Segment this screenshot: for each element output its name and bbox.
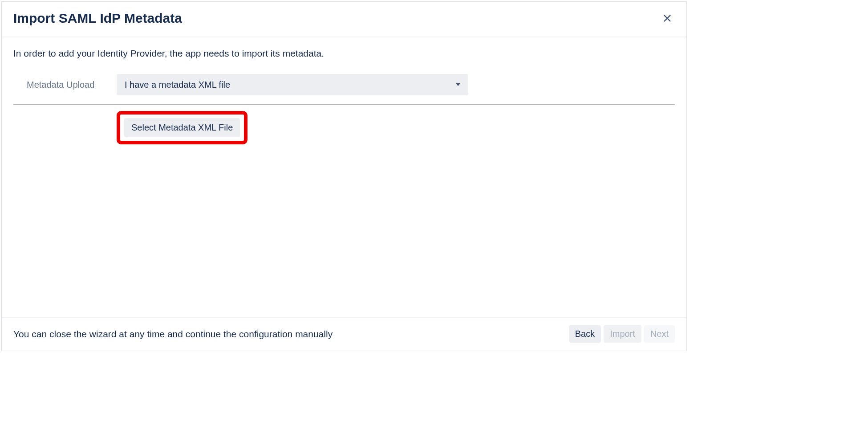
metadata-upload-row: Metadata Upload I have a metadata XML fi… — [13, 74, 675, 105]
dialog-body: In order to add your Identity Provider, … — [2, 37, 686, 317]
metadata-upload-label: Metadata Upload — [13, 80, 117, 90]
dialog-header: Import SAML IdP Metadata — [2, 2, 686, 37]
back-button[interactable]: Back — [569, 325, 601, 343]
dropdown-selected-text: I have a metadata XML file — [125, 80, 230, 90]
select-file-row: Select Metadata XML File — [13, 105, 675, 144]
close-button[interactable] — [660, 11, 675, 26]
footer-actions: Back Import Next — [569, 325, 675, 343]
highlight-annotation: Select Metadata XML File — [117, 111, 247, 144]
dialog-description: In order to add your Identity Provider, … — [13, 48, 675, 59]
footer-hint: You can close the wizard at any time and… — [13, 329, 333, 340]
import-button[interactable]: Import — [604, 325, 641, 343]
close-icon — [662, 13, 672, 23]
chevron-down-icon — [456, 83, 460, 86]
dialog-title: Import SAML IdP Metadata — [13, 11, 182, 26]
metadata-upload-dropdown[interactable]: I have a metadata XML file — [117, 74, 468, 95]
import-saml-dialog: Import SAML IdP Metadata In order to add… — [1, 1, 687, 351]
select-metadata-file-button[interactable]: Select Metadata XML File — [124, 118, 240, 137]
next-button[interactable]: Next — [644, 325, 675, 343]
dialog-footer: You can close the wizard at any time and… — [2, 317, 686, 351]
